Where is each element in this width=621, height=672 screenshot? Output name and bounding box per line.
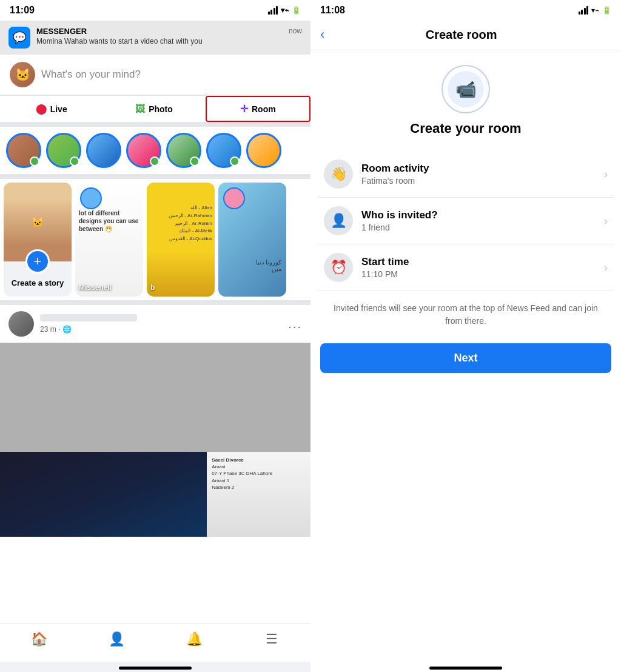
live-button[interactable]: ⬤ Live [0, 96, 102, 122]
start-time-title: Start time [361, 256, 596, 268]
page-title: Create room [332, 28, 591, 42]
left-home-indicator [119, 667, 192, 670]
who-invited-row[interactable]: 👤 Who is invited? 1 friend › [318, 198, 614, 244]
who-invited-icon: 👤 [324, 206, 353, 235]
room-activity-row[interactable]: 👋 Room activity Fatima's room › [318, 151, 614, 198]
profile-icon: 👤 [109, 631, 125, 647]
start-time-row[interactable]: ⏰ Start time 11:10 PM › [318, 244, 614, 291]
left-status-bar: 11:09 ▾⌁ 🔋 [0, 0, 310, 21]
right-signal-icon [579, 6, 589, 15]
video-camera-icon: 📹 [448, 71, 484, 107]
online-dot-1 [30, 156, 39, 166]
create-story-label: Create a story [9, 278, 67, 287]
online-dot-2 [70, 156, 79, 166]
right-battery-icon: 🔋 [602, 6, 611, 15]
news-feed: 23 m · 🌐 ... Saeel Divorce Amavi 07-Y Ph… [0, 300, 310, 623]
room-activity-chevron: › [604, 168, 608, 181]
notif-time: now [289, 27, 302, 35]
right-panel: 11:08 ▾⌁ 🔋 ‹ Create room 📹 Create your r… [310, 0, 621, 672]
start-time-subtitle: 11:10 PM [361, 269, 596, 279]
story-avatar-1[interactable] [6, 133, 41, 168]
room-icon: ✛ [240, 103, 248, 115]
action-buttons-bar: ⬤ Live 🖼 Photo ✛ Room [0, 95, 310, 127]
photo-label: Photo [149, 104, 173, 114]
room-label: Room [252, 104, 276, 114]
photo-icon: 🖼 [135, 104, 145, 115]
room-activity-icon: 👋 [324, 160, 353, 189]
online-dot-6 [230, 156, 240, 166]
card2-label: Missenell [79, 283, 112, 292]
right-wifi-icon: ▾⌁ [591, 6, 599, 15]
online-dot-5 [190, 156, 200, 166]
create-story-card[interactable]: 🐱 + Create a story [4, 183, 72, 297]
post-img-left [0, 452, 207, 537]
messenger-icon: 💬 [8, 27, 30, 49]
menu-icon: ☰ [266, 631, 278, 647]
start-time-chevron: › [604, 261, 608, 274]
masks-image: lot of different designs you can use bet… [75, 183, 143, 297]
nav-menu[interactable]: ☰ [233, 629, 310, 650]
photo-button[interactable]: 🖼 Photo [102, 96, 205, 122]
post-time: 23 m · 🌐 [40, 325, 282, 334]
room-activity-text: Room activity Fatima's room [361, 163, 596, 186]
signal-icon [268, 6, 278, 15]
battery-icon: 🔋 [292, 6, 301, 15]
live-label: Live [50, 104, 67, 114]
right-home-indicator [429, 667, 502, 670]
story-avatar-3[interactable] [86, 133, 121, 168]
story-avatar-4[interactable] [126, 133, 161, 168]
story-card-masks[interactable]: lot of different designs you can use bet… [75, 183, 143, 297]
who-invited-title: Who is invited? [361, 209, 596, 221]
notif-app-name: MESSENGER [36, 27, 283, 36]
left-status-icons: ▾⌁ 🔋 [268, 6, 301, 15]
whats-on-mind-text[interactable]: What's on your mind? [41, 69, 141, 81]
post-meta: 23 m · 🌐 [40, 314, 282, 334]
notification-banner[interactable]: 💬 MESSENGER Momina Wahab wants to start … [0, 21, 310, 55]
bottom-nav: 🏠 👤 🔔 ☰ [0, 623, 310, 662]
nav-home[interactable]: 🏠 [0, 629, 78, 650]
story-card-4[interactable]: كورونا دنیامیں [218, 183, 286, 297]
create-room-header: ‹ Create room [310, 21, 621, 50]
story-card-arabic[interactable]: Allah - الله Ar-Rahman - الرحمن Ar-Rahim… [147, 183, 215, 297]
story-avatar-6[interactable] [206, 133, 241, 168]
post-user-avatar [8, 311, 34, 337]
right-status-bar: 11:08 ▾⌁ 🔋 [310, 0, 621, 21]
stories-row [0, 127, 310, 179]
room-activity-title: Room activity [361, 163, 596, 175]
back-button[interactable]: ‹ [320, 27, 324, 42]
next-button[interactable]: Next [320, 343, 611, 373]
card-user-avatar-2 [80, 187, 102, 209]
whats-on-mind-bar[interactable]: 🐱 What's on your mind? [0, 55, 310, 95]
live-icon: ⬤ [36, 103, 47, 115]
right-status-icons: ▾⌁ 🔋 [579, 6, 612, 15]
story-avatar-5[interactable] [166, 133, 201, 168]
info-text: Invited friends will see your room at th… [310, 291, 621, 338]
options-list: 👋 Room activity Fatima's room › 👤 Who is… [310, 151, 621, 291]
online-dot-4 [150, 156, 159, 166]
post-username-placeholder [40, 314, 137, 321]
left-panel: 11:09 ▾⌁ 🔋 💬 MESSENGER Momina Wahab want… [0, 0, 310, 672]
story-avatar-2[interactable] [46, 133, 81, 168]
story-avatar-7[interactable] [246, 133, 281, 168]
create-room-title: Create your room [310, 121, 621, 136]
arabic-image: Allah - الله Ar-Rahman - الرحمن Ar-Rahim… [147, 183, 215, 297]
notif-message: Momina Wahab wants to start a video chat… [36, 37, 283, 45]
post-image [0, 343, 310, 452]
room-button[interactable]: ✛ Room [206, 96, 310, 122]
room-activity-subtitle: Fatima's room [361, 176, 596, 186]
start-time-icon: ⏰ [324, 253, 353, 282]
nav-profile[interactable]: 👤 [78, 629, 155, 650]
who-invited-subtitle: 1 friend [361, 223, 596, 232]
who-invited-chevron: › [604, 215, 608, 227]
post-more-button[interactable]: ... [288, 317, 302, 331]
nav-notifications[interactable]: 🔔 [155, 629, 233, 650]
card3-label: b [150, 283, 155, 292]
create-story-plus-icon: + [25, 249, 50, 274]
left-time: 11:09 [10, 5, 35, 16]
post-img-right: Saeel Divorce Amavi 07-Y Phase 3C DHA La… [207, 452, 310, 537]
user-avatar: 🐱 [10, 62, 35, 87]
card-user-avatar-4 [223, 187, 245, 209]
avatar-image: 🐱 [10, 62, 35, 87]
wifi-icon: ▾⌁ [281, 6, 289, 15]
right-time: 11:08 [320, 5, 345, 16]
